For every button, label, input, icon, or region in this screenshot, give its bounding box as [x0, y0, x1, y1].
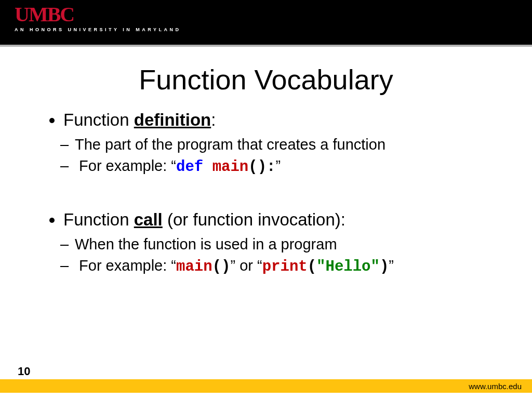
sub-bullet: For example: “def main():”: [75, 155, 501, 178]
sub-bullet: The part of the program that creates a f…: [75, 134, 501, 155]
keyword-definition: definition: [134, 110, 211, 129]
text: For example: “: [79, 257, 176, 274]
header-bar: UMBC AN HONORS UNIVERSITY IN MARYLAND: [0, 0, 532, 45]
bullet-call: Function call (or function invocation): …: [63, 210, 501, 277]
text: ”: [275, 157, 281, 174]
footer-bar: www.umbc.edu: [0, 379, 532, 393]
text: Function: [63, 110, 134, 129]
bullet-definition: Function definition: The part of the pro…: [63, 110, 501, 178]
code-string: "Hello": [316, 258, 380, 275]
text: ”: [389, 257, 394, 274]
code-keyword-def: def: [176, 158, 212, 176]
text: ” or “: [230, 257, 262, 274]
code-name-print: print: [262, 258, 308, 275]
umbc-logo: UMBC: [15, 4, 532, 25]
header-divider: [0, 45, 532, 47]
code-name-main: main: [176, 258, 212, 275]
text: For example: “: [79, 157, 176, 174]
code-name-main: main: [212, 158, 249, 176]
sub-bullet: When the function is used in a program: [75, 234, 501, 255]
code-paren: ): [380, 258, 389, 275]
keyword-call: call: [134, 210, 163, 229]
code-paren: (): [212, 258, 231, 275]
code-paren: ():: [248, 158, 275, 176]
text: :: [211, 110, 216, 129]
page-number: 10: [18, 365, 30, 378]
code-paren: (: [308, 258, 316, 275]
slide-title: Function Vocabulary: [0, 63, 532, 96]
sub-bullet: For example: “main()” or “print("Hello")…: [75, 255, 501, 278]
tagline: AN HONORS UNIVERSITY IN MARYLAND: [15, 27, 532, 32]
footer-spacer: [0, 393, 532, 399]
footer-url: www.umbc.edu: [469, 382, 522, 391]
text: Function: [63, 210, 134, 229]
text: (or function invocation):: [163, 210, 345, 229]
slide-content: Function definition: The part of the pro…: [0, 110, 532, 277]
